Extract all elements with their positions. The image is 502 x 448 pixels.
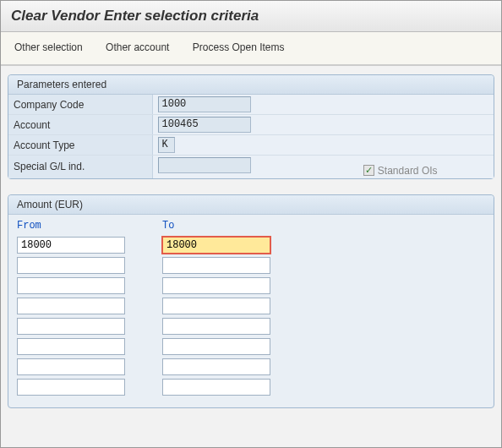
to-input[interactable]	[162, 298, 270, 314]
company-code-label: Company Code	[8, 95, 152, 115]
amount-row	[17, 277, 485, 294]
from-input[interactable]	[17, 298, 125, 314]
company-code-field: 1000	[158, 96, 251, 112]
from-column-label: From	[17, 220, 162, 232]
from-input[interactable]	[17, 358, 125, 375]
account-label: Account	[8, 115, 152, 135]
amount-row	[17, 257, 485, 274]
to-input[interactable]	[162, 257, 270, 274]
menu-other-account[interactable]: Other account	[95, 39, 179, 56]
menu-bar: Other selection Other account Process Op…	[1, 32, 501, 66]
account-type-label: Account Type	[8, 135, 152, 156]
content-area: Parameters entered Company Code 1000 Acc…	[1, 66, 501, 432]
amount-row	[17, 379, 485, 396]
special-gl-field	[158, 157, 251, 173]
title-bar: Clear Vendor Enter selection criteria	[1, 1, 501, 32]
to-input[interactable]	[162, 277, 270, 294]
from-input[interactable]	[17, 257, 125, 274]
amount-row	[17, 318, 485, 335]
menu-other-selection[interactable]: Other selection	[4, 39, 93, 56]
app-frame: Clear Vendor Enter selection criteria Ot…	[0, 0, 502, 448]
parameters-panel-header: Parameters entered	[8, 75, 494, 95]
special-gl-label: Special G/L ind.	[8, 156, 152, 178]
from-input[interactable]	[17, 237, 125, 254]
amount-row	[17, 298, 485, 314]
parameters-panel: Parameters entered Company Code 1000 Acc…	[8, 74, 494, 179]
to-input[interactable]	[162, 358, 270, 375]
standard-ois-checkbox: ✓ Standard OIs	[363, 165, 438, 177]
amount-panel-header: Amount (EUR)	[8, 195, 494, 215]
from-input[interactable]	[17, 318, 125, 335]
from-input[interactable]	[17, 379, 125, 396]
standard-ois-label: Standard OIs	[378, 165, 438, 177]
from-input[interactable]	[17, 338, 125, 355]
amount-rows	[17, 237, 485, 396]
account-field: 100465	[158, 117, 251, 133]
amount-row	[17, 358, 485, 375]
to-input[interactable]	[162, 338, 270, 355]
to-input[interactable]	[162, 237, 270, 254]
amount-panel-body: From To	[8, 215, 494, 407]
check-icon: ✓	[363, 165, 374, 176]
menu-process-open-items[interactable]: Process Open Items	[183, 39, 295, 56]
account-type-field: K	[158, 137, 175, 153]
amount-row	[17, 338, 485, 355]
page-title: Clear Vendor Enter selection criteria	[11, 8, 259, 24]
to-input[interactable]	[162, 318, 270, 335]
to-column-label: To	[162, 220, 308, 232]
parameters-panel-body: Company Code 1000 Account 100465 Account…	[8, 95, 494, 178]
to-input[interactable]	[162, 379, 270, 396]
amount-row	[17, 237, 485, 254]
amount-panel: Amount (EUR) From To	[8, 194, 494, 408]
from-input[interactable]	[17, 277, 125, 294]
